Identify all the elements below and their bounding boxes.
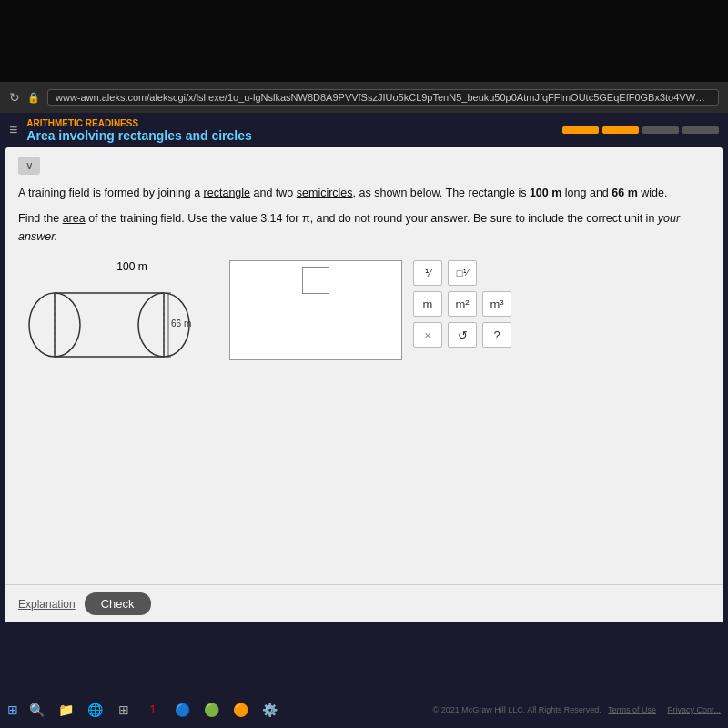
mixed-number-button[interactable]: □⅟ — [448, 260, 477, 286]
privacy-link[interactable]: Privacy Cont... — [667, 705, 721, 714]
svg-text:66 m: 66 m — [171, 318, 191, 329]
refresh-icon[interactable]: ↻ — [9, 90, 20, 105]
lock-icon: 🔒 — [27, 92, 40, 104]
answer-input-field[interactable] — [302, 267, 329, 294]
taskbar-browser-icon[interactable]: 🌐 — [84, 699, 106, 721]
progress-bar-2 — [602, 126, 639, 134]
top-black-bar — [0, 0, 728, 82]
taskbar-app1-icon[interactable]: 🔵 — [171, 699, 193, 721]
symbol-row-1: ⅟ □⅟ — [413, 260, 522, 286]
symbol-row-3: × ↺ ? — [413, 322, 522, 348]
aleks-navbar: ≡ ARITHMETIC READINESS Area involving re… — [0, 113, 728, 147]
address-bar[interactable]: www-awn.aleks.com/alekscgi/x/lsl.exe/1o_… — [47, 89, 719, 106]
taskbar-file-explorer-icon[interactable]: 📁 — [55, 699, 76, 721]
problem-text-1: A training field is formed by joining a … — [18, 184, 710, 202]
shape-container: 100 m 66 m — [18, 260, 218, 378]
symbol-pad: ⅟ □⅟ m m² m³ — [413, 260, 522, 348]
nav-title-section: ARITHMETIC READINESS Area involving rect… — [26, 118, 553, 143]
collapse-button[interactable]: ∨ — [18, 157, 40, 175]
undo-button[interactable]: ↺ — [448, 322, 477, 348]
progress-bar-1 — [562, 126, 599, 134]
training-field-shape: 66 m — [18, 275, 200, 375]
help-button[interactable]: ? — [482, 322, 511, 348]
symbol-row-2: m m² m³ — [413, 291, 522, 317]
problem-area: 100 m 66 m — [18, 260, 710, 378]
progress-bars — [562, 126, 719, 134]
answer-box[interactable] — [229, 260, 402, 360]
taskbar-app3-icon[interactable]: 🟠 — [229, 699, 251, 721]
meters-squared-button[interactable]: m² — [448, 291, 477, 317]
content-panel: ∨ A training field is formed by joining … — [5, 147, 723, 584]
nav-main-title: Area involving rectangles and circles — [26, 128, 553, 143]
windows-start-button[interactable]: ⊞ — [7, 703, 18, 717]
fraction-button[interactable]: ⅟ — [413, 260, 442, 286]
main-content: ≡ ARITHMETIC READINESS Area involving re… — [0, 113, 728, 692]
progress-bar-4 — [682, 126, 719, 134]
taskbar: ⊞ 🔍 📁 🌐 ⊞ 1 🔵 🟢 🟠 ⚙️ © 2021 McGraw Hill … — [0, 692, 728, 728]
taskbar-app2-icon[interactable]: 🟢 — [200, 699, 222, 721]
problem-text-2: Find the area of the training field. Use… — [18, 209, 710, 246]
copyright-text: © 2021 McGraw Hill LLC. All Rights Reser… — [433, 705, 721, 714]
bottom-bar: Explanation Check — [5, 584, 723, 622]
check-button[interactable]: Check — [85, 592, 151, 615]
hamburger-menu[interactable]: ≡ — [9, 122, 17, 138]
browser-chrome: ↻ 🔒 www-awn.aleks.com/alekscgi/x/lsl.exe… — [0, 82, 728, 113]
taskbar-num-icon[interactable]: 1 — [142, 699, 164, 721]
meters-cubed-button[interactable]: m³ — [482, 291, 511, 317]
meters-button[interactable]: m — [413, 291, 442, 317]
taskbar-grid-icon[interactable]: ⊞ — [113, 699, 135, 721]
length-label: 100 m — [46, 260, 218, 273]
progress-bar-3 — [642, 126, 679, 134]
taskbar-search-icon[interactable]: 🔍 — [25, 699, 47, 721]
taskbar-app4-icon[interactable]: ⚙️ — [258, 699, 280, 721]
nav-subtitle: ARITHMETIC READINESS — [26, 118, 553, 128]
terms-link[interactable]: Terms of Use — [608, 705, 656, 714]
explanation-button[interactable]: Explanation — [18, 598, 76, 611]
svg-rect-0 — [55, 293, 164, 357]
delete-button[interactable]: × — [413, 322, 442, 348]
